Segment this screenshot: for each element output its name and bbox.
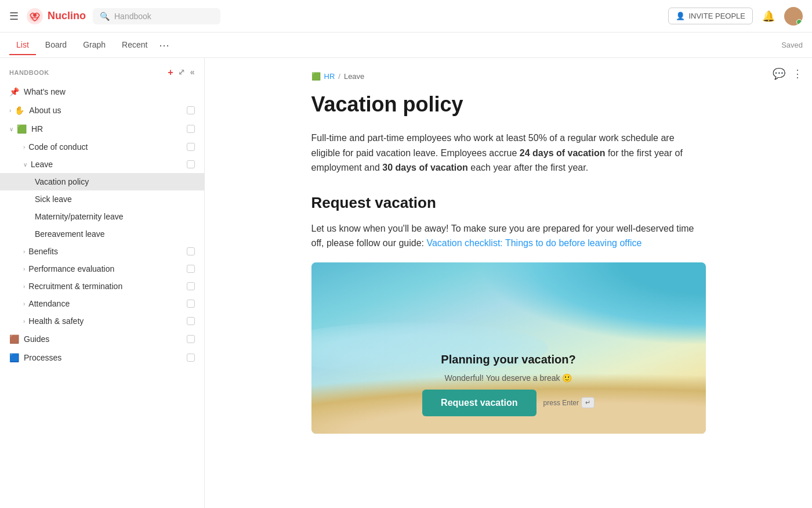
chevron-right-icon: › bbox=[23, 248, 25, 255]
breadcrumb-hr-icon: 🟩 bbox=[311, 72, 321, 81]
sidebar-item-health-safety[interactable]: › Health & safety bbox=[0, 312, 204, 330]
sidebar-checkbox[interactable] bbox=[187, 317, 195, 325]
sidebar-item-code-of-conduct[interactable]: › Code of conduct bbox=[0, 138, 204, 156]
sidebar-item-maternity-paternity-leave[interactable]: Maternity/paternity leave bbox=[0, 208, 204, 225]
invite-people-button[interactable]: 👤 INVITE PEOPLE bbox=[668, 8, 753, 24]
request-vacation-button[interactable]: Request vacation bbox=[422, 390, 536, 416]
sidebar-checkbox[interactable] bbox=[187, 160, 195, 168]
beach-card-content: Planning your vacation? Wonderful! You d… bbox=[311, 353, 706, 434]
press-enter-hint: press Enter ↵ bbox=[543, 397, 594, 408]
vacation-checklist-link[interactable]: Vacation checklist: Things to do before … bbox=[426, 238, 641, 248]
beach-card: Planning your vacation? Wonderful! You d… bbox=[311, 262, 706, 434]
sidebar-checkbox[interactable] bbox=[187, 300, 195, 308]
sidebar-item-label: Attendance bbox=[28, 299, 70, 308]
chevron-down-icon: ∨ bbox=[23, 161, 27, 168]
sidebar-item-whats-new[interactable]: 📌 What's new bbox=[0, 82, 204, 101]
sidebar-item-label: What's new bbox=[24, 87, 66, 96]
sidebar-item-recruitment-termination[interactable]: › Recruitment & termination bbox=[0, 278, 204, 295]
logo-icon bbox=[26, 7, 44, 26]
logo[interactable]: Nuclino bbox=[26, 7, 86, 26]
sidebar-item-label: Performance evaluation bbox=[28, 264, 114, 273]
processes-icon: 🟦 bbox=[9, 353, 19, 362]
sidebar-item-label: Processes bbox=[24, 353, 61, 362]
chevron-right-icon: › bbox=[23, 301, 25, 307]
page-title: Vacation policy bbox=[311, 92, 706, 117]
sidebar-header-actions: + ⤢ « bbox=[168, 67, 195, 78]
tab-list[interactable]: List bbox=[9, 35, 36, 55]
content-intro: Full-time and part-time employees who wo… bbox=[311, 131, 706, 175]
sidebar-item-label: Code of conduct bbox=[28, 142, 88, 152]
sidebar-item-vacation-policy[interactable]: Vacation policy bbox=[0, 173, 204, 190]
sidebar-item-label: Guides bbox=[24, 334, 49, 344]
sidebar-item-guides[interactable]: 🟫 Guides bbox=[0, 330, 204, 348]
chevron-right-icon: › bbox=[23, 266, 25, 272]
sidebar-item-label: HR bbox=[31, 124, 43, 134]
tab-graph[interactable]: Graph bbox=[76, 35, 113, 55]
sidebar-item-leave[interactable]: ∨ Leave bbox=[0, 156, 204, 173]
sidebar-checkbox[interactable] bbox=[187, 335, 195, 343]
sidebar-checkbox[interactable] bbox=[187, 354, 195, 362]
sidebar-item-label: Health & safety bbox=[28, 316, 84, 326]
section2-text: Let us know when you'll be away! To make… bbox=[311, 221, 706, 251]
saved-label: Saved bbox=[781, 41, 803, 49]
bold-days-1: 24 days of vacation bbox=[520, 148, 606, 158]
top-nav: ☰ Nuclino 🔍 Handbook 👤 INVITE PEOPLE 🔔 bbox=[0, 0, 812, 33]
request-btn-wrap: Request vacation press Enter ↵ bbox=[422, 390, 594, 416]
beach-card-title: Planning your vacation? bbox=[441, 353, 575, 366]
press-enter-text: press Enter bbox=[543, 399, 579, 407]
sidebar-checkbox[interactable] bbox=[187, 282, 195, 290]
tab-bar: List Board Graph Recent ⋯ Saved bbox=[0, 33, 812, 58]
avatar[interactable] bbox=[784, 7, 803, 26]
tab-recent[interactable]: Recent bbox=[115, 35, 154, 55]
sidebar-collapse-icon[interactable]: « bbox=[190, 67, 195, 78]
sidebar-checkbox[interactable] bbox=[187, 125, 195, 133]
invite-label: INVITE PEOPLE bbox=[688, 12, 745, 20]
sidebar-item-about-us[interactable]: › ✋ About us bbox=[0, 101, 204, 120]
sidebar-checkbox[interactable] bbox=[187, 106, 195, 114]
wave-icon: ✋ bbox=[14, 106, 24, 115]
sidebar-item-label: Maternity/paternity leave bbox=[35, 212, 124, 221]
more-options-icon[interactable]: ⋮ bbox=[792, 67, 803, 80]
sidebar-item-attendance[interactable]: › Attendance bbox=[0, 295, 204, 312]
sidebar-item-performance-evaluation[interactable]: › Performance evaluation bbox=[0, 260, 204, 278]
beach-card-subtitle: Wonderful! You deserve a break 🙂 bbox=[445, 373, 572, 383]
hr-icon: 🟩 bbox=[17, 124, 27, 134]
tab-more-icon[interactable]: ⋯ bbox=[159, 39, 169, 52]
sidebar-item-bereavement-leave[interactable]: Bereavement leave bbox=[0, 225, 204, 243]
enter-key-icon: ↵ bbox=[581, 397, 594, 408]
section2-title: Request vacation bbox=[311, 194, 706, 212]
breadcrumb-leave: Leave bbox=[344, 72, 364, 81]
search-bar[interactable]: 🔍 Handbook bbox=[93, 8, 220, 24]
search-placeholder: Handbook bbox=[114, 12, 151, 21]
pin-icon: 📌 bbox=[9, 87, 19, 96]
sidebar-item-hr[interactable]: ∨ 🟩 HR bbox=[0, 120, 204, 138]
sidebar-section-label: HANDBOOK bbox=[9, 69, 49, 76]
chevron-right-icon: › bbox=[23, 318, 25, 325]
sidebar-item-label: Benefits bbox=[28, 247, 58, 256]
sidebar-checkbox[interactable] bbox=[187, 265, 195, 273]
content-top-actions: 💬 ⋮ bbox=[773, 67, 803, 80]
sidebar-checkbox[interactable] bbox=[187, 143, 195, 151]
hamburger-icon[interactable]: ☰ bbox=[9, 10, 19, 23]
sidebar-item-sick-leave[interactable]: Sick leave bbox=[0, 190, 204, 208]
search-icon: 🔍 bbox=[100, 12, 110, 21]
content-area: 💬 ⋮ 🟩 HR / Leave Vacation policy Full-ti… bbox=[205, 58, 812, 508]
svg-point-2 bbox=[33, 13, 37, 17]
notification-icon[interactable]: 🔔 bbox=[762, 10, 775, 23]
tab-board[interactable]: Board bbox=[38, 35, 74, 55]
comments-icon[interactable]: 💬 bbox=[773, 67, 785, 80]
sidebar-item-label: Vacation policy bbox=[35, 177, 89, 186]
sidebar-add-icon[interactable]: + bbox=[168, 67, 173, 78]
chevron-right-icon: › bbox=[9, 107, 11, 114]
sidebar: HANDBOOK + ⤢ « 📌 What's new › ✋ About us… bbox=[0, 58, 205, 508]
sidebar-checkbox[interactable] bbox=[187, 247, 195, 255]
sidebar-expand-icon[interactable]: ⤢ bbox=[178, 67, 186, 78]
sidebar-item-benefits[interactable]: › Benefits bbox=[0, 243, 204, 260]
breadcrumb-hr-link[interactable]: HR bbox=[324, 72, 335, 81]
sidebar-item-label: Recruitment & termination bbox=[28, 282, 122, 291]
breadcrumb-separator: / bbox=[338, 72, 340, 81]
sidebar-header: HANDBOOK + ⤢ « bbox=[0, 58, 204, 82]
chevron-right-icon: › bbox=[23, 144, 25, 150]
content-inner: 🟩 HR / Leave Vacation policy Full-time a… bbox=[288, 58, 729, 448]
sidebar-item-processes[interactable]: 🟦 Processes bbox=[0, 348, 204, 367]
